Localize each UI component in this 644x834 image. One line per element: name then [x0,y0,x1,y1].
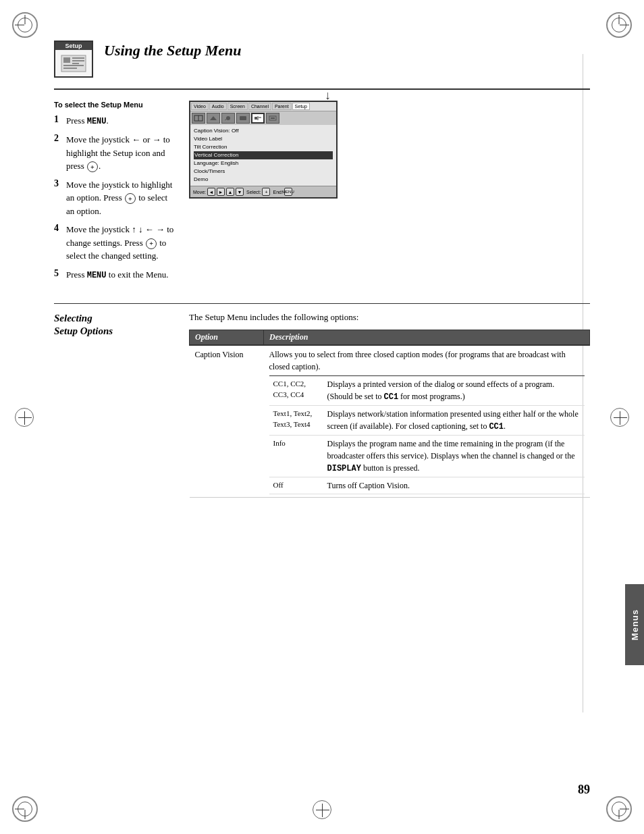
step-2-text: Move the joystick ← or → to highlight th… [66,133,176,173]
col-option-header: Option [190,330,264,345]
tv-icon-5 [251,113,265,124]
selecting-section: Selecting Setup Options The Setup Menu i… [54,303,590,498]
tv-content: Caption Vision: Off Video Label Tilt Cor… [190,125,336,186]
tv-screen: Video Audio Screen Channel Parent Setup [189,101,338,199]
step-1-num: 1 [54,114,66,125]
svg-marker-9 [210,116,217,120]
tv-icon-bar [190,111,336,125]
sub-row-off: Off Turns off Caption Vision. [269,477,585,494]
svg-rect-13 [254,117,257,120]
step-1: 1 Press menu. [54,114,176,128]
step-4: 4 Move the joystick ↑ ↓ ← → to change se… [54,223,176,263]
svg-rect-6 [63,68,77,69]
tv-tab-screen: Screen [227,103,248,110]
options-table: Option Description Caption Vision Allows… [189,330,590,498]
step-3-num: 3 [54,178,66,189]
tv-icon-3 [221,113,235,124]
tv-nav-down: ▼ [236,188,244,196]
selecting-title: Selecting Setup Options [54,312,176,338]
step-list: 1 Press menu. 2 Move the joystick ← or →… [54,114,176,282]
sub-option-info: Info [269,435,323,477]
tv-tab-video: Video [191,103,209,110]
setup-section-title: Using the Setup Menu [104,41,242,59]
step-4-num: 4 [54,223,66,234]
step-4-text: Move the joystick ↑ ↓ ← → to change sett… [66,223,176,263]
setup-icon-label: Setup [55,42,92,50]
tv-end-btn: MENU [284,188,292,196]
step-3-text: Move the joystick to highlight an option… [66,178,176,218]
setup-icon-image [55,50,92,76]
step-2-num: 2 [54,133,66,144]
tv-select-btn: + [262,188,270,196]
sub-table-caption: CC1, CC2,CC3, CC4 Displays a printed ver… [269,375,585,494]
tv-icon-4 [236,113,250,124]
option-caption-vision: Caption Vision [190,345,264,498]
tv-select-label: Select: [246,190,261,194]
selecting-left-col: Selecting Setup Options [54,312,176,338]
step-2: 2 Move the joystick ← or → to highlight … [54,133,176,173]
tv-icon-1 [192,113,205,124]
tv-icon-6 [266,113,279,124]
selecting-title-line2: Setup Options [54,325,113,336]
svg-rect-17 [271,118,275,119]
selecting-right-col: The Setup Menu includes the following op… [189,312,590,498]
tv-nav-right: ► [217,188,225,196]
step-1-text: Press menu. [66,114,109,128]
tv-tab-setup: Setup [292,103,310,110]
sub-desc-info: Displays the program name and the time r… [323,435,585,477]
tv-item-5: Language: English [194,159,333,167]
step-5-text: Press menu to exit the Menu. [66,268,169,282]
sub-option-text: Text1, Text2,Text3, Text4 [269,405,323,435]
svg-rect-12 [240,116,246,120]
sub-desc-text: Displays network/station information pre… [323,405,585,435]
tv-icon-2 [207,113,220,124]
tv-screenshot-area: ↓ Video Audio Screen Channel Parent Setu… [189,101,338,287]
section-title-text: Using the Setup Menu [104,42,242,59]
svg-rect-2 [72,57,84,59]
tv-move-label: Move: [193,190,206,194]
tv-nav-up: ▲ [226,188,234,196]
svg-rect-1 [63,57,70,63]
tv-nav-left: ◄ [207,188,215,196]
selecting-header: Selecting Setup Options The Setup Menu i… [54,312,590,498]
sub-desc-off: Turns off Caption Vision. [323,477,585,494]
step-3: 3 Move the joystick to highlight an opti… [54,178,176,218]
svg-rect-4 [72,63,79,64]
section-divider [54,88,590,90]
sub-option-cc: CC1, CC2,CC3, CC4 [269,375,323,405]
sub-desc-cc: Displays a printed version of the dialog… [323,375,585,405]
tv-item-2: Video Label [194,135,333,143]
table-row-caption-vision: Caption Vision Allows you to select from… [190,345,590,498]
sub-row-text: Text1, Text2,Text3, Text4 Displays netwo… [269,405,585,435]
selecting-title-line1: Selecting [54,313,92,323]
svg-rect-5 [63,65,84,66]
selecting-divider [54,303,590,304]
desc-caption-vision: Allows you to select from three closed c… [264,345,590,498]
svg-point-10 [226,116,230,120]
tv-item-3: Tilt Correction [194,143,333,151]
tv-item-7: Demo [194,176,333,184]
setup-two-col: To select the Setup Menu 1 Press menu. 2… [54,101,590,287]
tv-item-6: Clock/Timers [194,167,333,176]
selecting-intro: The Setup Menu includes the following op… [189,312,590,323]
arrow-down-indicator: ↓ [325,88,331,103]
svg-line-11 [225,119,227,120]
sub-row-info: Info Displays the program name and the t… [269,435,585,477]
tv-bottom-bar: Move: ◄ ► ▲ ▼ Select: + End: MENU [190,186,336,197]
tv-item-4-highlighted: Vertical Correction [194,151,333,159]
tv-tab-parent: Parent [272,103,292,110]
step-5-num: 5 [54,268,66,279]
step-5: 5 Press menu to exit the Menu. [54,268,176,282]
sub-row-cc: CC1, CC2,CC3, CC4 Displays a printed ver… [269,375,585,405]
tv-end-label: End: [273,190,282,194]
setup-section: Setup [54,41,590,287]
instructions-label: To select the Setup Menu [54,101,176,109]
col-desc-header: Description [264,330,590,345]
svg-rect-3 [72,60,84,61]
setup-instructions-col: To select the Setup Menu 1 Press menu. 2… [54,101,176,287]
tv-tab-audio: Audio [209,103,227,110]
sub-option-off: Off [269,477,323,494]
tv-item-1: Caption Vision: Off [194,127,333,135]
setup-section-header: Setup [54,41,590,78]
setup-icon-box: Setup [54,41,93,78]
